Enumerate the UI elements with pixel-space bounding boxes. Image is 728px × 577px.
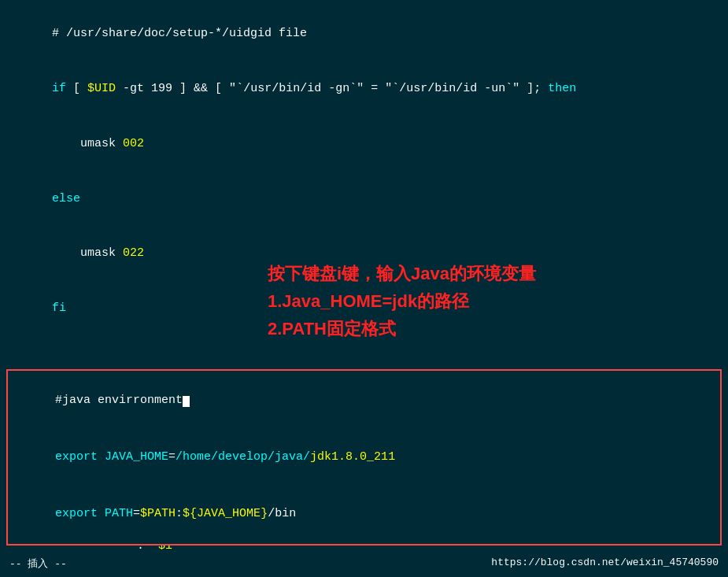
code-text: export [55, 450, 98, 464]
code-text: else [52, 192, 80, 205]
insert-mode-label: -- 插入 -- [9, 557, 67, 571]
code-text: umask [52, 246, 123, 260]
bottom-bar: -- 插入 -- https://blog.csdn.net/weixin_45… [0, 557, 728, 571]
code-line: umask 002 [9, 117, 719, 172]
annotation-box: 按下键盘i键，输入Java的环境变量 1.Java_HOME=jdk的路径 2.… [268, 260, 536, 343]
code-text: umask [52, 137, 123, 150]
code-text: # /usr/share/doc/setup-*/uidgid file [52, 27, 307, 40]
code-text: export [55, 507, 98, 520]
code-text: then [548, 82, 576, 95]
code-text: `/usr/bin/id -gn` [236, 82, 357, 95]
annotation-line3: 2.PATH固定格式 [268, 315, 536, 342]
code-text: fi [52, 301, 66, 315]
code-text: /home/develop/java/ [176, 450, 310, 464]
code-line: else [9, 171, 719, 226]
code-text: = [133, 507, 140, 520]
code-text: 022 [123, 246, 144, 260]
code-text: /bin [268, 507, 296, 520]
annotation-line2: 1.Java_HOME=jdk的路径 [268, 287, 536, 315]
text-cursor [183, 396, 190, 407]
insert-line-3: export PATH=$PATH:${JAVA_HOME}/bin [13, 486, 715, 542]
code-text: [ " [208, 82, 236, 95]
code-line: if [ $UID -gt 199 ] && [ "`/usr/bin/id -… [9, 61, 719, 117]
code-text: = [168, 450, 176, 464]
code-text: if [52, 82, 66, 95]
insert-line-2: export JAVA_HOME=/home/develop/java/jdk1… [13, 429, 715, 486]
code-text [98, 507, 105, 520]
insert-block: #java envirronment export JAVA_HOME=/hom… [6, 369, 722, 546]
code-text: $PATH [140, 507, 176, 520]
blog-url: https://blog.csdn.net/weixin_45740590 [491, 557, 719, 571]
code-text: " = " [357, 82, 392, 95]
code-line: # /usr/share/doc/setup-*/uidgid file [9, 6, 719, 61]
code-text: #java envirronment [55, 394, 183, 407]
code-text: -gt 199 ] [116, 82, 194, 95]
code-text: `/usr/bin/id -un` [392, 82, 512, 95]
code-text: $UID [87, 82, 116, 95]
code-text: jdk1.8.0_211 [310, 450, 395, 464]
code-text: JAVA_HOME [105, 450, 168, 464]
code-text: : [176, 507, 183, 520]
annotation-line1: 按下键盘i键，输入Java的环境变量 [268, 260, 536, 287]
editor-area: # /usr/share/doc/setup-*/uidgid file if … [0, 0, 728, 577]
code-text: " ]; [512, 82, 548, 95]
code-line: else [9, 574, 719, 577]
code-text [98, 450, 105, 464]
code-text: 002 [123, 137, 144, 150]
insert-line-1: #java envirronment [13, 372, 715, 429]
code-text: ${JAVA_HOME} [183, 507, 268, 520]
code-text: PATH [105, 507, 133, 520]
code-text: [ [66, 82, 87, 95]
code-text: && [194, 82, 208, 95]
